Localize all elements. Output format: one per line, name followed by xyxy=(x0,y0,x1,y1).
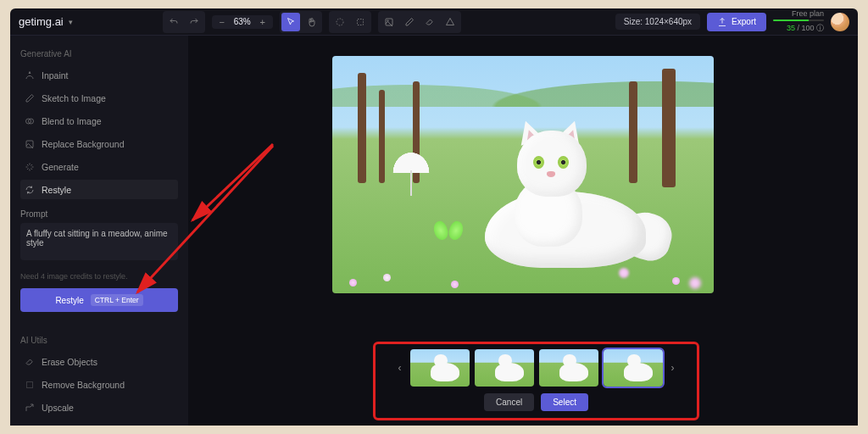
nav-label: Replace Background xyxy=(42,139,124,149)
image-tool[interactable] xyxy=(380,13,398,31)
export-label: Export xyxy=(732,17,756,26)
blend-icon xyxy=(24,115,35,126)
nav-label: Sketch to Image xyxy=(42,93,106,103)
zoom-control: − 63% + xyxy=(212,15,273,29)
nav-label: Upscale xyxy=(42,403,74,413)
zoom-in-button[interactable]: + xyxy=(254,17,271,27)
svg-rect-7 xyxy=(26,381,32,387)
nav-replace-background[interactable]: Replace Background xyxy=(20,134,178,153)
svg-rect-2 xyxy=(386,19,392,25)
nav-inpaint[interactable]: Inpaint xyxy=(20,65,178,85)
section-generative-ai: Generative AI xyxy=(20,49,178,58)
chevron-down-icon: ▾ xyxy=(69,18,73,26)
export-button[interactable]: Export xyxy=(707,13,766,31)
main-image[interactable] xyxy=(332,56,714,293)
eraser-tool[interactable] xyxy=(420,13,439,31)
prev-result-button[interactable]: ‹ xyxy=(395,362,405,374)
inpaint-icon xyxy=(24,70,35,81)
nav-upscale[interactable]: Upscale xyxy=(20,398,178,417)
replace-bg-icon xyxy=(24,138,35,149)
zoom-value: 63% xyxy=(231,17,254,26)
hand-tool[interactable] xyxy=(302,13,320,31)
sidebar: Generative AI Inpaint Sketch to Image Bl… xyxy=(10,36,188,426)
svg-rect-1 xyxy=(357,19,363,25)
restyle-button-label: Restyle xyxy=(55,296,83,305)
restyle-shortcut: CTRL + Enter xyxy=(91,294,143,306)
shape-tool[interactable] xyxy=(441,13,459,31)
undo-button[interactable] xyxy=(164,13,183,31)
tool-group-1 xyxy=(280,11,322,33)
select-button[interactable]: Select xyxy=(541,393,588,411)
plan-bar xyxy=(773,19,824,21)
pointer-tool[interactable] xyxy=(281,13,300,31)
nav-label: Erase Objects xyxy=(42,357,97,367)
nav-generate[interactable]: Generate xyxy=(20,157,178,176)
nav-erase-objects[interactable]: Erase Objects xyxy=(20,352,178,371)
svg-point-0 xyxy=(337,19,343,25)
result-actions: Cancel Select xyxy=(382,393,690,411)
nav-blend-to-image[interactable]: Blend to Image xyxy=(20,111,178,131)
plan-label: Free plan xyxy=(773,9,824,18)
plan-count: 35 / 100 ⓘ xyxy=(773,23,824,34)
next-result-button[interactable]: › xyxy=(668,362,678,374)
marquee-tool[interactable] xyxy=(331,13,349,31)
body: Generative AI Inpaint Sketch to Image Bl… xyxy=(10,36,858,426)
topbar: getimg.ai ▾ − 63% + Size: 1024× xyxy=(10,8,858,36)
prompt-label: Prompt xyxy=(20,209,178,219)
nav-sketch-to-image[interactable]: Sketch to Image xyxy=(20,88,178,108)
nav-label: Generate xyxy=(42,162,79,172)
credits-note: Need 4 image credits to restyle. xyxy=(20,272,178,281)
sparkle-icon xyxy=(24,161,35,172)
brush-tool[interactable] xyxy=(400,13,419,31)
eraser-icon xyxy=(24,356,35,367)
nav-remove-background[interactable]: Remove Background xyxy=(20,375,178,394)
canvas-area[interactable]: ‹ › Cancel Select xyxy=(188,36,858,426)
tool-group-2 xyxy=(329,11,371,33)
svg-rect-6 xyxy=(26,141,33,147)
zoom-out-button[interactable]: − xyxy=(214,17,231,27)
nav-label: Restyle xyxy=(42,185,71,195)
result-thumbnail[interactable] xyxy=(410,349,470,387)
restyle-button[interactable]: Restyle CTRL + Enter xyxy=(20,288,178,312)
thumbnails-row: ‹ › xyxy=(382,349,690,387)
remove-bg-icon xyxy=(24,379,35,390)
avatar[interactable] xyxy=(831,13,849,31)
upload-icon xyxy=(717,17,727,27)
app-window: getimg.ai ▾ − 63% + Size: 1024× xyxy=(10,8,858,426)
result-thumbnail[interactable] xyxy=(604,349,663,387)
prompt-input[interactable] xyxy=(20,223,178,260)
nav-label: Blend to Image xyxy=(42,116,102,126)
redo-button[interactable] xyxy=(185,13,203,31)
lasso-tool[interactable] xyxy=(351,13,370,31)
tool-group-3 xyxy=(378,11,461,33)
brand-text: getimg.ai xyxy=(19,15,64,28)
nav-restyle[interactable]: Restyle xyxy=(20,180,178,199)
prompt-box: Prompt xyxy=(20,209,178,262)
nav-label: Remove Background xyxy=(42,380,125,390)
nav-label: Inpaint xyxy=(42,70,69,81)
section-ai-utils: AI Utils xyxy=(20,336,178,345)
cancel-button[interactable]: Cancel xyxy=(484,393,534,411)
result-thumbnail[interactable] xyxy=(539,349,598,387)
pencil-icon xyxy=(24,92,35,103)
history-group xyxy=(163,11,205,33)
upscale-icon xyxy=(24,402,35,413)
results-panel: ‹ › Cancel Select xyxy=(373,342,699,420)
restyle-icon xyxy=(24,184,35,195)
plan-status[interactable]: Free plan 35 / 100 ⓘ xyxy=(773,9,824,34)
canvas-size-pill[interactable]: Size: 1024×640px xyxy=(615,14,700,30)
result-thumbnail[interactable] xyxy=(475,349,534,387)
brand[interactable]: getimg.ai ▾ xyxy=(19,15,73,28)
